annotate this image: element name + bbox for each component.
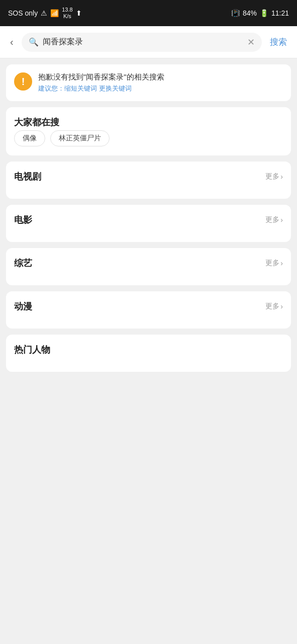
tag-item-0[interactable]: 偶像 [14, 130, 45, 146]
warning-signal-icon: ⚠ [41, 9, 47, 17]
tv-chevron-icon: › [280, 173, 283, 181]
warning-suggestion: 建议您：缩短关键词 更换关键词 [38, 84, 283, 93]
tv-title: 电视剧 [14, 171, 41, 183]
trending-title: 大家都在搜 [14, 116, 283, 128]
anime-more-link[interactable]: 更多 › [265, 302, 283, 311]
status-right: 📳 84% 🔋 11:21 [231, 9, 289, 17]
search-input-wrapper: 🔍 闻香探案录 ✕ [22, 33, 262, 52]
content-area: ! 抱歉没有找到"闻香探案录"的相关搜索 建议您：缩短关键词 更换关键词 大家都… [0, 58, 297, 378]
suggestion-change[interactable]: 更换关键词 [99, 85, 132, 92]
trending-section: 大家都在搜 偶像 林正英僵尸片 [6, 107, 291, 155]
search-icon: 🔍 [29, 37, 39, 47]
warning-box: ! 抱歉没有找到"闻香探案录"的相关搜索 建议您：缩短关键词 更换关键词 [6, 64, 291, 101]
tag-list: 偶像 林正英僵尸片 [14, 130, 283, 146]
movie-section: 电影 更多 › [6, 205, 291, 242]
movie-chevron-icon: › [280, 216, 283, 224]
warning-icon: ! [14, 72, 32, 91]
suggestion-shorten[interactable]: 缩短关键词 [64, 85, 97, 92]
variety-title: 综艺 [14, 257, 32, 269]
variety-section: 综艺 更多 › [6, 248, 291, 285]
warning-text: 抱歉没有找到"闻香探案录"的相关搜索 建议您：缩短关键词 更换关键词 [38, 72, 283, 93]
tv-more-link[interactable]: 更多 › [265, 172, 283, 181]
variety-more-link[interactable]: 更多 › [265, 259, 283, 268]
battery-percent: 84% [243, 9, 257, 17]
anime-chevron-icon: › [280, 302, 283, 310]
upload-icon: ⬆ [76, 9, 82, 17]
search-input[interactable]: 闻香探案录 [43, 37, 243, 47]
search-bar: ‹ 🔍 闻香探案录 ✕ 搜索 [0, 26, 297, 58]
battery-icon: 🔋 [260, 9, 268, 17]
anime-header: 动漫 更多 › [14, 300, 283, 312]
sos-label: SOS only [8, 9, 38, 17]
tv-section: 电视剧 更多 › [6, 162, 291, 199]
network-speed: 13.8K/s [62, 7, 72, 20]
tv-header: 电视剧 更多 › [14, 171, 283, 183]
status-left: SOS only ⚠ 📶 13.8K/s ⬆ [8, 7, 82, 20]
hotpeople-section: 热门人物 [6, 335, 291, 372]
clock-time: 11:21 [271, 9, 289, 17]
movie-more-link[interactable]: 更多 › [265, 215, 283, 224]
warning-title: 抱歉没有找到"闻香探案录"的相关搜索 [38, 72, 283, 82]
hotpeople-title: 热门人物 [14, 344, 50, 356]
tag-item-1[interactable]: 林正英僵尸片 [50, 130, 110, 146]
variety-header: 综艺 更多 › [14, 257, 283, 269]
variety-chevron-icon: › [280, 259, 283, 267]
wifi-icon: 📶 [50, 9, 59, 17]
suggestion-prefix: 建议您： [38, 85, 64, 92]
hotpeople-header: 热门人物 [14, 344, 283, 356]
anime-section: 动漫 更多 › [6, 291, 291, 329]
movie-header: 电影 更多 › [14, 214, 283, 226]
status-bar: SOS only ⚠ 📶 13.8K/s ⬆ 📳 84% 🔋 11:21 [0, 0, 297, 26]
anime-title: 动漫 [14, 300, 32, 312]
clear-button[interactable]: ✕ [247, 37, 255, 48]
movie-title: 电影 [14, 214, 32, 226]
search-button[interactable]: 搜索 [266, 36, 291, 48]
back-button[interactable]: ‹ [6, 32, 18, 52]
vibrate-icon: 📳 [231, 9, 240, 17]
